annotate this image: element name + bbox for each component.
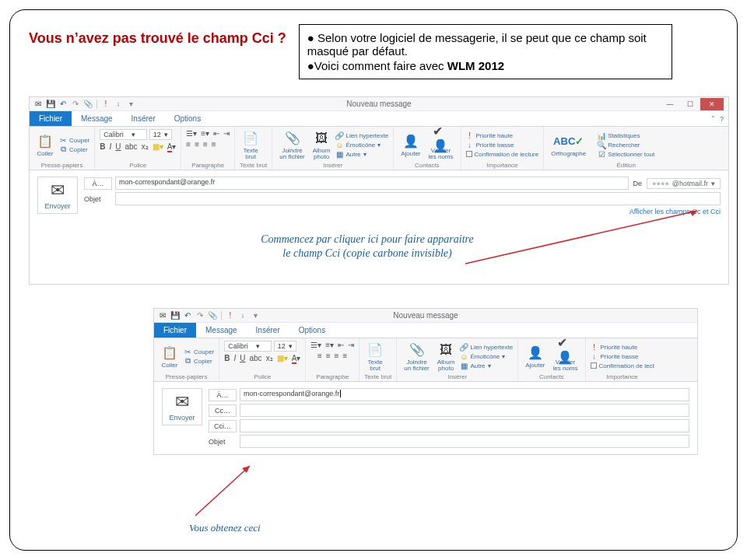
save-icon[interactable]: 💾 xyxy=(47,100,54,108)
hyperlink-button[interactable]: 🔗Lien hypertexte xyxy=(460,343,513,351)
emoticon-button[interactable]: ☺Émoticône▾ xyxy=(335,141,388,149)
fontcolor-button[interactable]: A▾ xyxy=(292,354,301,362)
to-field[interactable]: mon-correspondant@orange.fr xyxy=(240,388,689,401)
italic-button[interactable]: I xyxy=(233,354,236,362)
copy-button[interactable]: ⧉Copier xyxy=(59,145,89,153)
tab-inserer[interactable]: Insérer xyxy=(122,111,165,126)
priority-high-button[interactable]: !Priorité haute xyxy=(591,344,654,352)
attach-file-button[interactable]: 📎Joindre un fichier xyxy=(277,129,307,161)
check-names-button[interactable]: ✔👤Vérifier les noms xyxy=(551,341,580,373)
mail-body-area[interactable]: Commencez par cliquer ici pour faire app… xyxy=(30,222,728,284)
undo-icon[interactable]: ↶ xyxy=(184,312,191,320)
to-field[interactable]: mon-correspondant@orange.fr xyxy=(115,177,629,190)
align-center-button[interactable]: ≡ xyxy=(195,140,199,149)
paste-button[interactable]: 📋Coller xyxy=(34,132,56,158)
send-button[interactable]: ✉ Envoyer xyxy=(162,388,202,425)
priority-high-icon[interactable]: ! xyxy=(226,312,234,320)
to-button[interactable]: À… xyxy=(209,389,237,401)
redo-icon[interactable]: ↷ xyxy=(72,100,79,108)
font-name-select[interactable]: Calibri▾ xyxy=(224,341,272,352)
align-justify-button[interactable]: ≡ xyxy=(212,140,216,149)
align-right-button[interactable]: ≡ xyxy=(203,140,208,149)
underline-button[interactable]: U xyxy=(115,142,121,151)
plaintext-button[interactable]: 📄Texte brut xyxy=(240,129,261,161)
other-insert-button[interactable]: ▦Autre▾ xyxy=(460,362,513,369)
fontcolor-button[interactable]: A▾ xyxy=(167,142,177,151)
find-button[interactable]: 🔍Rechercher xyxy=(598,141,654,149)
plaintext-button[interactable]: 📄Texte brut xyxy=(364,341,386,373)
copy-button[interactable]: ⧉Copier xyxy=(184,357,214,365)
cut-button[interactable]: ✂Couper xyxy=(59,136,89,144)
tab-fichier[interactable]: Fichier xyxy=(30,111,72,126)
tab-fichier[interactable]: Fichier xyxy=(154,323,196,338)
bold-button[interactable]: B xyxy=(100,142,105,151)
attach-file-button[interactable]: 📎Joindre un fichier xyxy=(402,341,431,373)
tab-options[interactable]: Options xyxy=(289,323,335,338)
selectall-button[interactable]: ☑Sélectionner tout xyxy=(598,150,654,158)
font-size-select[interactable]: 12▾ xyxy=(149,129,172,140)
priority-low-button[interactable]: ↓Priorité basse xyxy=(591,353,654,361)
undo-icon[interactable]: ↶ xyxy=(59,100,67,108)
highlight-button[interactable]: ▦▾ xyxy=(153,142,163,151)
subject-field[interactable] xyxy=(115,192,721,205)
align-left-button[interactable]: ≡ xyxy=(186,140,191,149)
bullets-button[interactable]: ☰▾ xyxy=(186,129,197,138)
paste-button[interactable]: 📋Coller xyxy=(159,344,181,369)
indent-button[interactable]: ⇥ xyxy=(223,129,230,138)
font-name-select[interactable]: Calibri▾ xyxy=(100,129,147,140)
other-insert-button[interactable]: ▦Autre▾ xyxy=(335,150,388,158)
add-contact-button[interactable]: 👤Ajouter xyxy=(523,344,547,369)
to-button[interactable]: À… xyxy=(84,177,112,190)
check-names-button[interactable]: ✔👤Vérifier les noms xyxy=(426,129,456,161)
add-contact-button[interactable]: 👤Ajouter xyxy=(398,132,423,158)
attach-icon[interactable]: 📎 xyxy=(84,100,92,108)
cc-field[interactable] xyxy=(240,404,689,417)
read-receipt-check[interactable]: Confirmation de lecture xyxy=(466,151,539,158)
redo-icon[interactable]: ↷ xyxy=(196,312,204,320)
priority-high-icon[interactable]: ! xyxy=(102,100,110,108)
minimize-button[interactable]: — xyxy=(660,98,680,110)
save-icon[interactable]: 💾 xyxy=(171,312,179,320)
priority-low-icon[interactable]: ↓ xyxy=(114,100,122,108)
tab-inserer[interactable]: Insérer xyxy=(247,323,289,338)
close-button[interactable]: ✕ xyxy=(700,98,724,110)
emoticon-button[interactable]: ☺Émoticône▾ xyxy=(460,352,513,360)
priority-high-button[interactable]: !Priorité haute xyxy=(466,132,539,140)
priority-low-button[interactable]: ↓Priorité basse xyxy=(466,142,539,149)
italic-button[interactable]: I xyxy=(109,142,111,151)
stats-button[interactable]: 📊Statistiques xyxy=(598,131,654,139)
bold-button[interactable]: B xyxy=(224,354,230,362)
qat-more-icon[interactable]: ▾ xyxy=(251,312,259,320)
show-cc-bcc-link[interactable]: Afficher les champs Cc et Cci xyxy=(84,208,721,215)
spellcheck-button[interactable]: ABC✓Orthographe xyxy=(549,132,588,158)
highlight-button[interactable]: ▦▾ xyxy=(277,354,288,362)
send-button[interactable]: ✉ Envoyer xyxy=(37,177,78,214)
ribbon-collapse-icon[interactable]: ˄ xyxy=(711,115,715,123)
photo-album-button[interactable]: 🖼Album photo xyxy=(435,341,458,373)
help-icon[interactable]: ? xyxy=(720,115,724,123)
maximize-button[interactable]: ☐ xyxy=(680,98,700,110)
photo-album-button[interactable]: 🖼Album photo xyxy=(310,129,333,161)
outdent-button[interactable]: ⇤ xyxy=(213,129,219,138)
numbering-button[interactable]: ≡▾ xyxy=(201,129,209,138)
priority-low-icon[interactable]: ↓ xyxy=(239,312,247,320)
subscript-button[interactable]: x₂ xyxy=(266,354,273,362)
bcc-field[interactable] xyxy=(240,419,689,432)
qat-more-icon[interactable]: ▾ xyxy=(127,100,135,108)
tab-options[interactable]: Options xyxy=(165,111,210,126)
hyperlink-button[interactable]: 🔗Lien hypertexte xyxy=(335,131,388,139)
subscript-button[interactable]: x₂ xyxy=(142,142,149,151)
strike-button[interactable]: abc xyxy=(250,354,262,362)
from-select[interactable]: ●●●●@hotmail.fr▾ xyxy=(647,178,721,189)
underline-button[interactable]: U xyxy=(240,354,245,362)
read-receipt-check[interactable]: Confirmation de lect xyxy=(591,362,654,369)
cc-button[interactable]: Cc… xyxy=(209,404,237,417)
tab-message[interactable]: Message xyxy=(196,323,247,338)
tab-message[interactable]: Message xyxy=(72,111,122,126)
subject-field[interactable] xyxy=(240,435,689,448)
cut-button[interactable]: ✂Couper xyxy=(184,348,214,355)
attach-icon[interactable]: 📎 xyxy=(209,312,216,320)
strike-button[interactable]: abc xyxy=(125,142,138,151)
bcc-button[interactable]: Cci… xyxy=(209,420,237,432)
font-size-select[interactable]: 12▾ xyxy=(274,341,296,352)
